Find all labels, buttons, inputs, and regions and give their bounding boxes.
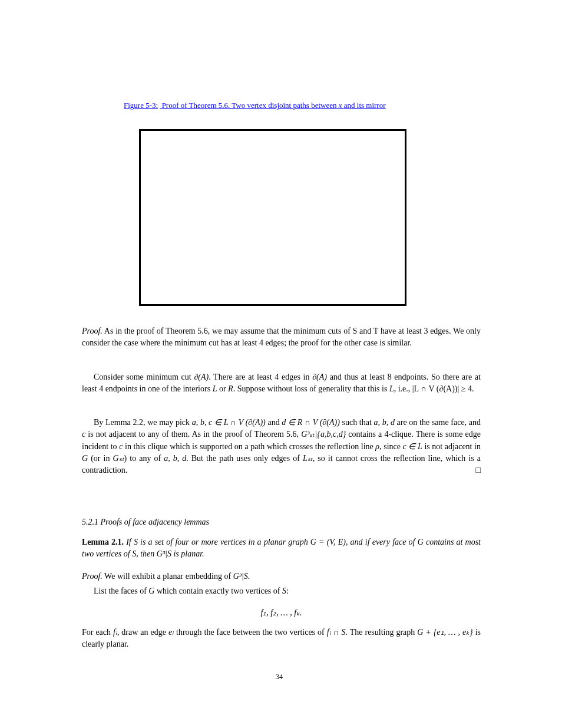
lemma-faces-list: f₁, f₂, … , fₖ. [82,607,481,619]
lemma-proof-line-1: Proof. We will exhibit a planar embeddin… [82,571,481,582]
proof-paragraph-3: By Lemma 2.2, we may pick a, b, c ∈ L ∩ … [82,417,481,476]
figure-label: Figure 5-3: [124,101,158,110]
proof-paragraph-1: Proof. As in the proof of Theorem 5.6, w… [82,325,481,350]
proof-paragraph-2: Consider some minimum cut ∂(A). There ar… [82,371,481,396]
lemma-proof-line-2: List the faces of G which contain exactl… [82,585,481,597]
subsection-heading: 5.2.1 Proofs of face adjacency lemmas [82,518,209,527]
figure-caption: Figure 5-3: Proof of Theorem 5.6. Two ve… [124,101,386,110]
figure-box [139,129,406,306]
page: Figure 5-3: Proof of Theorem 5.6. Two ve… [0,0,562,728]
lemma-proof-line-3: For each fᵢ, draw an edge eᵢ through the… [82,627,481,651]
page-number: 34 [276,673,283,681]
qed-symbol: □ [476,465,481,476]
figure-caption-text: Proof of Theorem 5.6. Two vertex disjoin… [160,101,385,110]
lemma-statement: Lemma 2.1. If S is a set of four or more… [82,536,481,561]
